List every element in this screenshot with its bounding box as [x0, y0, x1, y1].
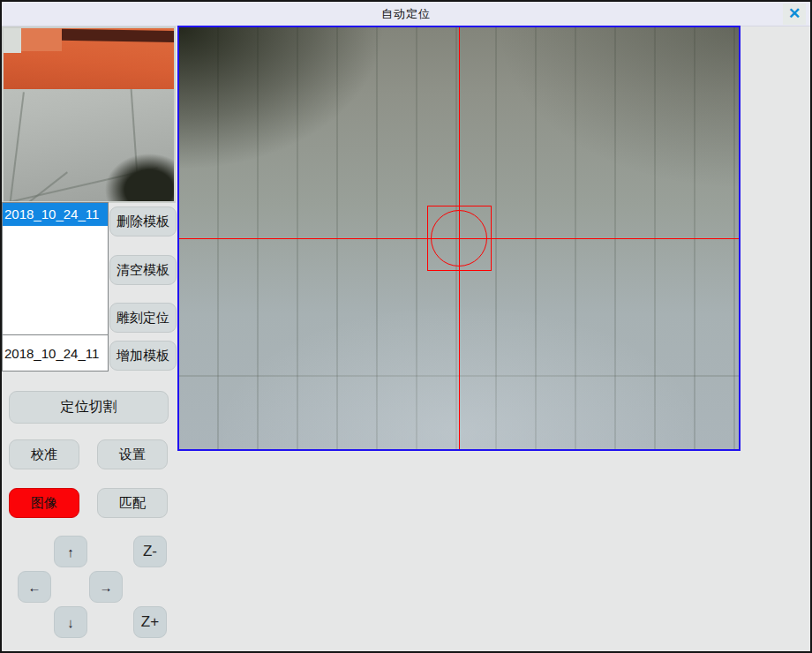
settings-button[interactable]: 设置: [97, 439, 168, 469]
match-button[interactable]: 匹配: [97, 488, 168, 518]
image-button[interactable]: 图像: [9, 488, 79, 518]
window-title: 自动定位: [381, 6, 431, 22]
template-thumbnail[interactable]: [2, 26, 176, 203]
jog-left-button[interactable]: ←: [18, 571, 51, 603]
jog-up-button[interactable]: ↑: [54, 536, 87, 567]
jog-z-minus-button[interactable]: Z-: [133, 536, 167, 567]
thumbnail-detail: [21, 28, 62, 51]
jog-right-button[interactable]: →: [89, 571, 123, 603]
close-icon[interactable]: ✕: [783, 4, 806, 25]
jog-down-button[interactable]: ↓: [54, 606, 87, 638]
thumbnail-beam-shadow: [60, 29, 176, 42]
camera-viewport[interactable]: [177, 26, 741, 451]
roi-circle: [431, 210, 487, 266]
position-cut-button[interactable]: 定位切割: [9, 391, 169, 424]
add-template-button[interactable]: 增加模板: [109, 341, 177, 371]
thumbnail-dark-object: [105, 154, 176, 203]
calibrate-button[interactable]: 校准: [9, 439, 79, 469]
template-name-field[interactable]: [2, 334, 109, 372]
template-listbox[interactable]: 2018_10_24_11: [2, 202, 109, 335]
delete-template-button[interactable]: 删除模板: [109, 206, 177, 236]
list-item[interactable]: 2018_10_24_11: [3, 203, 108, 226]
clear-templates-button[interactable]: 清空模板: [109, 255, 177, 285]
thumbnail-detail: [4, 28, 21, 53]
jog-z-plus-button[interactable]: Z+: [133, 606, 167, 638]
engrave-position-button[interactable]: 雕刻定位: [109, 303, 177, 333]
title-bar: 自动定位 ✕: [2, 2, 810, 26]
auto-position-dialog: 自动定位 ✕ 2018_10_24_11 删除模板 清空模板 雕刻定位 增加模板…: [0, 0, 812, 653]
